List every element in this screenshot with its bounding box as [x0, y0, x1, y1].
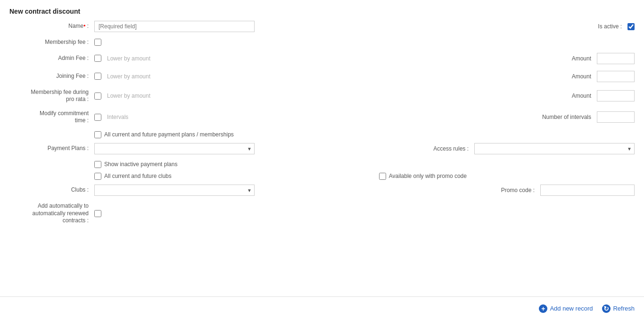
- page-title: New contract discount: [0, 0, 644, 21]
- admin-fee-row: Admin Fee : Lower by amount Amount: [9, 53, 635, 64]
- membership-pro-amount-section: Amount: [521, 90, 635, 101]
- number-intervals-label: Number of intervals: [521, 114, 597, 120]
- admin-fee-amount-input[interactable]: [597, 53, 635, 64]
- clubs-select[interactable]: [94, 185, 255, 196]
- number-intervals-input[interactable]: [597, 111, 635, 123]
- membership-pro-row: Membership fee during pro rata : Lower b…: [9, 89, 635, 103]
- admin-fee-type: Lower by amount: [107, 55, 164, 62]
- add-icon: +: [539, 304, 547, 313]
- show-inactive-checkbox[interactable]: [94, 161, 101, 168]
- clubs-promo-row: Clubs : ▼ Promo code :: [9, 185, 635, 196]
- all-payment-plans-checkbox[interactable]: [94, 131, 101, 138]
- available-promo-checkbox[interactable]: [379, 173, 386, 180]
- show-inactive-row: Show inactive payment plans: [94, 161, 635, 168]
- available-promo-col: Available only with promo code: [379, 173, 467, 180]
- is-active-checkbox[interactable]: [627, 23, 635, 30]
- all-clubs-promo-row: All current and future clubs Available o…: [94, 173, 635, 180]
- all-clubs-label[interactable]: All current and future clubs: [104, 173, 172, 179]
- all-clubs-checkbox[interactable]: [94, 173, 101, 180]
- promo-code-label: Promo code :: [465, 187, 540, 194]
- auto-add-row: Add automatically to automatically renew…: [9, 202, 635, 225]
- joining-fee-row: Joining Fee : Lower by amount Amount: [9, 71, 635, 82]
- payment-plans-select-wrap: ▼: [94, 143, 255, 154]
- joining-fee-col: Lower by amount: [94, 73, 493, 80]
- access-rules-select[interactable]: [474, 143, 635, 154]
- name-input-col: [94, 21, 524, 32]
- all-payment-plans-label[interactable]: All current and future payment plans / m…: [104, 131, 234, 138]
- bottom-bar: + Add new record ↻ Refresh: [0, 296, 644, 320]
- admin-fee-amount-section: Amount: [521, 53, 635, 64]
- membership-fee-checkbox[interactable]: [94, 39, 101, 46]
- add-new-record-button[interactable]: + Add new record: [539, 304, 593, 313]
- modify-commitment-type: Intervals: [107, 114, 164, 120]
- is-active-label: Is active :: [552, 23, 627, 30]
- modify-commitment-col: Intervals: [94, 114, 493, 121]
- payment-plans-label: Payment Plans :: [9, 145, 94, 152]
- payment-plans-row: Payment Plans : ▼ Access rules : ▼: [9, 143, 635, 154]
- modify-commitment-label: Modify commitment time :: [9, 110, 94, 125]
- refresh-button[interactable]: ↻ Refresh: [602, 304, 635, 313]
- refresh-label: Refresh: [613, 305, 635, 312]
- modify-commitment-row: Modify commitment time : Intervals Numbe…: [9, 110, 635, 125]
- name-label: Name• :: [9, 23, 94, 30]
- payment-plans-col: ▼: [94, 143, 371, 154]
- membership-fee-col: [94, 39, 635, 46]
- auto-add-col: [94, 210, 635, 217]
- add-new-record-label: Add new record: [550, 305, 593, 312]
- access-rules-section: Access rules : ▼: [399, 143, 635, 154]
- all-clubs-col: All current and future clubs: [94, 173, 172, 180]
- joining-fee-type: Lower by amount: [107, 73, 164, 80]
- membership-fee-label: Membership fee :: [9, 39, 94, 46]
- all-payment-plans-row: All current and future payment plans / m…: [94, 131, 635, 138]
- clubs-label: Clubs :: [9, 186, 94, 194]
- membership-pro-col: Lower by amount: [94, 93, 493, 100]
- joining-fee-amount-input[interactable]: [597, 71, 635, 82]
- joining-fee-label: Joining Fee :: [9, 73, 94, 80]
- joining-fee-amount-section: Amount: [521, 71, 635, 82]
- name-input[interactable]: [94, 21, 255, 32]
- number-intervals-section: Number of intervals: [521, 111, 635, 123]
- membership-pro-type: Lower by amount: [107, 93, 164, 99]
- modify-commitment-checkbox[interactable]: [94, 114, 101, 121]
- access-rules-label: Access rules :: [399, 145, 474, 152]
- promo-code-section: Promo code :: [465, 185, 635, 196]
- show-inactive-label[interactable]: Show inactive payment plans: [104, 161, 177, 168]
- joining-fee-checkbox[interactable]: [94, 73, 101, 80]
- clubs-select-wrap: ▼: [94, 185, 255, 196]
- admin-fee-label: Admin Fee :: [9, 55, 94, 62]
- membership-pro-amount-input[interactable]: [597, 90, 635, 101]
- auto-add-checkbox[interactable]: [94, 210, 101, 217]
- membership-pro-checkbox[interactable]: [94, 93, 101, 100]
- name-row: Name• : Is active :: [9, 21, 635, 32]
- clubs-col: ▼: [94, 185, 437, 196]
- is-active-section: Is active :: [552, 23, 635, 30]
- membership-pro-label: Membership fee during pro rata :: [9, 89, 94, 103]
- admin-fee-checkbox[interactable]: [94, 55, 101, 62]
- payment-plans-select[interactable]: [94, 143, 255, 154]
- access-rules-select-wrap: ▼: [474, 143, 635, 154]
- available-promo-label[interactable]: Available only with promo code: [389, 173, 467, 179]
- promo-code-input[interactable]: [540, 185, 635, 196]
- admin-fee-amount-label: Amount: [521, 55, 597, 62]
- auto-add-label: Add automatically to automatically renew…: [9, 202, 94, 225]
- refresh-icon: ↻: [602, 304, 611, 313]
- membership-fee-row: Membership fee :: [9, 39, 635, 46]
- admin-fee-col: Lower by amount: [94, 55, 493, 62]
- joining-fee-amount-label: Amount: [521, 73, 597, 80]
- membership-pro-amount-label: Amount: [521, 93, 597, 99]
